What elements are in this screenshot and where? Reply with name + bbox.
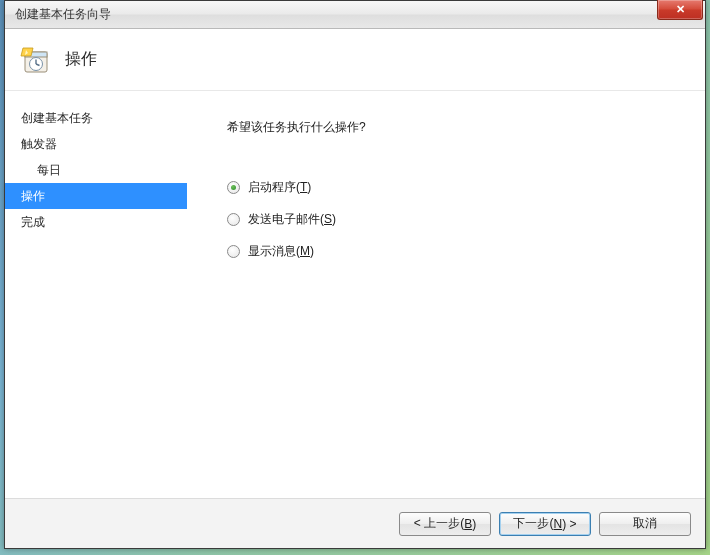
- sidebar-item-finish[interactable]: 完成: [5, 209, 187, 235]
- wizard-window: 创建基本任务向导 ✕ 操作 创建基本任务 触: [4, 0, 706, 549]
- wizard-sidebar: 创建基本任务 触发器 每日 操作 完成: [5, 91, 187, 498]
- sidebar-item-action[interactable]: 操作: [5, 183, 187, 209]
- next-button[interactable]: 下一步(N) >: [499, 512, 591, 536]
- option-label: 发送电子邮件(S): [248, 211, 336, 228]
- option-start-program[interactable]: 启动程序(T): [227, 178, 685, 196]
- content-area: 操作 创建基本任务 触发器 每日 操作 完成 希望该任务执行什么操作? 启动程序…: [5, 29, 705, 548]
- cancel-button[interactable]: 取消: [599, 512, 691, 536]
- option-label: 显示消息(M): [248, 243, 314, 260]
- option-label: 启动程序(T): [248, 179, 311, 196]
- radio-icon: [227, 181, 240, 194]
- back-button[interactable]: < 上一步(B): [399, 512, 491, 536]
- window-title: 创建基本任务向导: [15, 6, 111, 23]
- wizard-footer: < 上一步(B) 下一步(N) > 取消: [5, 498, 705, 548]
- close-button[interactable]: ✕: [657, 0, 703, 20]
- wizard-main: 希望该任务执行什么操作? 启动程序(T) 发送电子邮件(S) 显示消息(M): [187, 91, 705, 498]
- radio-icon: [227, 213, 240, 226]
- option-show-message[interactable]: 显示消息(M): [227, 242, 685, 260]
- action-question: 希望该任务执行什么操作?: [227, 119, 685, 136]
- task-schedule-icon: [19, 44, 51, 76]
- sidebar-item-create-task[interactable]: 创建基本任务: [5, 105, 187, 131]
- radio-icon: [227, 245, 240, 258]
- sidebar-item-daily[interactable]: 每日: [5, 157, 187, 183]
- titlebar: 创建基本任务向导 ✕: [5, 1, 705, 29]
- close-icon: ✕: [676, 4, 685, 15]
- page-title: 操作: [65, 49, 97, 70]
- wizard-header: 操作: [5, 29, 705, 91]
- option-send-email[interactable]: 发送电子邮件(S): [227, 210, 685, 228]
- sidebar-item-trigger[interactable]: 触发器: [5, 131, 187, 157]
- wizard-body: 创建基本任务 触发器 每日 操作 完成 希望该任务执行什么操作? 启动程序(T)…: [5, 91, 705, 498]
